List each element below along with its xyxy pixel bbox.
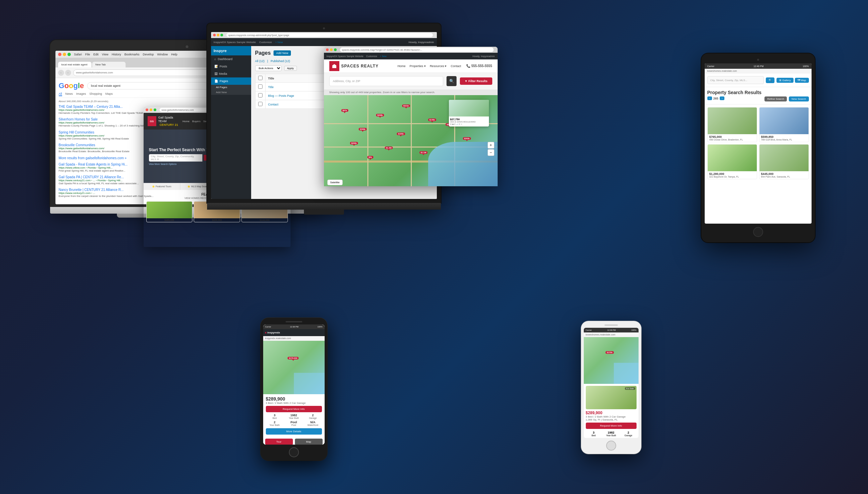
mac-menu-help[interactable]: Help [171,53,177,56]
wp-admin-customize[interactable]: Customize [259,41,272,44]
spaces-url-bar[interactable]: spaces.inspyredx.com/mls-map/?origin=27.… [340,48,494,52]
phone-map-btn[interactable]: Map [295,439,322,444]
spaces-search-submit-btn[interactable]: 🔍 [446,76,457,86]
mac-dot-minimize[interactable] [63,53,66,56]
google-tab-all[interactable]: All [59,92,62,96]
tablet-listing-2[interactable]: $599,850 789 Gulf Blvd, Anna Maria, FL [759,107,809,142]
google-tab-maps[interactable]: Maps [106,92,113,96]
tablet-map-btn[interactable]: 🗺 Map [795,78,809,83]
map-price-pin-6[interactable]: $195k [397,133,405,135]
google-tab-shopping[interactable]: Shopping [90,92,102,96]
mac-menu-bookmarks[interactable]: Bookmarks [124,53,139,56]
phone-url-area[interactable]: inspyredx.realestate.com [263,336,325,341]
gail-nav-home[interactable]: Home [182,120,189,123]
map-price-pin-13[interactable]: $2k [367,156,373,158]
map-price-pin-7[interactable]: $290k [350,142,358,145]
spaces-nav-home[interactable]: Home [398,64,405,68]
phone-white-map-pin[interactable]: $170k [606,351,614,354]
mac-menu-view[interactable]: View [102,53,108,56]
sidebar-item-posts[interactable]: 📝 Posts [211,63,251,70]
phone-request-btn[interactable]: Request More Info [266,406,322,412]
wp-row-check-2[interactable] [255,92,265,100]
wp-row-checkbox-2[interactable] [258,93,262,97]
spaces-dot-close[interactable] [326,49,329,51]
wp-admin-new[interactable]: + New [275,41,283,44]
gail-dot-min[interactable] [150,109,152,111]
map-price-pin-1[interactable]: $97k [341,109,348,112]
wp-bulk-actions-select[interactable]: Bulk Actions [255,65,281,71]
phone-tour-btn[interactable]: Tour [265,439,293,444]
map-price-pin-12[interactable]: $302k [463,137,471,140]
mac-menu-edit[interactable]: Edit [93,53,99,56]
phone-more-details-btn[interactable]: More Details [266,428,322,435]
map-zoom-out-btn[interactable]: − [487,149,494,156]
tablet-search-btn[interactable]: 🔍 [766,77,775,83]
sidebar-item-media[interactable]: 🖼 Media [211,70,251,77]
map-satellite-btn[interactable]: Satellite [327,179,343,185]
tablet-new-search-btn[interactable]: New Search [789,96,809,101]
google-tab-news[interactable]: News [66,92,73,96]
mac-menu-history[interactable]: History [112,53,121,56]
wp-row-check-3[interactable] [255,100,265,109]
gail-search-input-hero[interactable]: City, Street, County, Zip, Community, ML… [149,154,202,162]
tablet-listing-4[interactable]: $445,000 654 Palm Ave, Sarasota, FL [759,144,809,179]
gail-dot-max[interactable] [154,109,156,111]
spaces-admin-site[interactable]: InspyreDX Spaces Sample Website [327,55,364,57]
phone-white-home-btn[interactable] [606,441,616,451]
tablet-listing-1[interactable]: $765,000 456 Ocean Drive, Bradenton, FL [707,107,757,142]
gail-nav-buyers[interactable]: Buyers [192,120,201,123]
wp-row-checkbox-3[interactable] [258,102,262,106]
map-price-pin-8[interactable]: $1.3M [385,147,393,149]
gail-home-card-1[interactable]: $169,000 [146,201,193,222]
phone-white-request-btn[interactable]: Request More Info [586,422,636,429]
spaces-dot-max[interactable] [334,49,337,51]
map-price-pin-3[interactable]: $321k [402,104,410,107]
wp-select-all-checkbox[interactable] [258,76,262,80]
spaces-dot-min[interactable] [330,49,333,51]
safari-tab-new[interactable]: New Tab [92,62,126,68]
wp-tab-all[interactable]: All (12) [255,59,265,63]
monitor-dot-close[interactable] [213,34,216,36]
wp-add-new-btn[interactable]: Add New [274,51,291,56]
map-listing-popup[interactable]: $27,750 1921 E DAVIS BOULEVARD 3 🛏 2 🛁 2… [449,100,489,127]
mac-menu-file[interactable]: File [85,53,90,56]
spaces-nav-resources[interactable]: Resources ▾ [430,64,447,68]
wp-tab-published[interactable]: Published (12) [271,59,290,63]
spaces-admin-customize[interactable]: Customize [366,55,377,57]
tablet-search-input[interactable]: City, Street, County, Zip, MLS... [707,76,764,84]
mac-menu-safari[interactable]: Safari [74,53,82,56]
spaces-nav-properties[interactable]: Properties ▾ [409,64,426,68]
tablet-prev-page-btn[interactable]: ‹ [707,96,712,100]
gail-dot-close[interactable] [146,109,148,111]
mac-menu-develop[interactable]: Develop [143,53,154,56]
safari-forward-btn[interactable]: › [65,70,71,76]
wp-row-checkbox-1[interactable] [258,84,262,89]
wp-admin-site[interactable]: InspyreDX Spaces Sample Website [214,41,256,44]
map-price-pin-11[interactable]: $1.1M [420,151,428,154]
phone-map[interactable]: $170,000 [263,341,325,394]
phone-map-pin[interactable]: $170,000 [288,357,299,360]
phone-white-url-bar[interactable]: boweshomes.realestate.com [584,332,639,337]
safari-back-btn[interactable]: ‹ [58,70,64,76]
map-price-pin-4[interactable]: $145k [428,118,437,121]
monitor-dot-max[interactable] [220,34,223,36]
tablet-listing-3[interactable]: $1,280,000 321 Bayshore Dr, Tampa, FL [707,144,757,179]
sidebar-item-pages[interactable]: 📄 Pages [211,77,251,85]
monitor-url-bar[interactable]: spaces.inspyredx.com/wp-admin/edit.php?p… [226,33,433,37]
mac-menu-window[interactable]: Window [157,53,168,56]
spaces-filter-btn[interactable]: ▼ Filter Results [460,77,492,85]
spaces-admin-new[interactable]: + New [380,55,386,57]
google-tab-images[interactable]: Images [76,92,86,96]
wp-apply-btn[interactable]: Apply [284,66,297,71]
phone-home-button[interactable] [289,447,299,457]
phone-white-map[interactable]: $170k [584,337,639,384]
wp-row-check-1[interactable] [255,83,265,92]
safari-tab-active[interactable]: local real estate agent [58,62,92,68]
map-price-pin-5[interactable]: $399k [359,128,367,131]
map-zoom-in-btn[interactable]: + [487,142,494,149]
mac-dot-close[interactable] [58,53,61,56]
tablet-refine-btn[interactable]: Refine Search [764,96,787,101]
spaces-nav-contact[interactable]: Contact [450,64,461,68]
tablet-url-bar[interactable]: boweshomes.realestate.com [705,69,812,73]
gail-feature-tours[interactable]: ⭐ Featured Tours [144,183,180,190]
